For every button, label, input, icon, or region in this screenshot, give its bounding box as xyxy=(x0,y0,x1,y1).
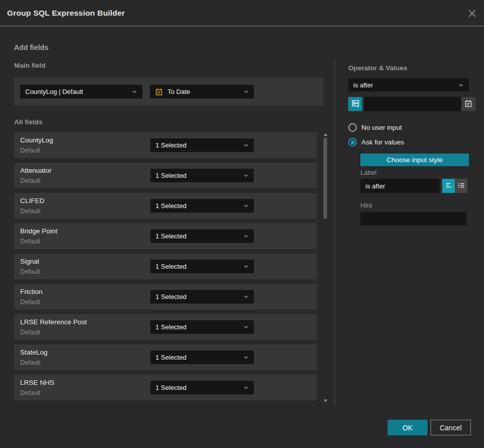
scroll-down-icon[interactable] xyxy=(324,400,328,402)
main-field-type-value: To Date xyxy=(168,88,190,95)
field-selection-dropdown[interactable]: 1 Selected xyxy=(150,290,254,304)
all-fields-heading: All fields xyxy=(14,118,42,126)
align-left-icon xyxy=(445,181,453,191)
chevron-down-icon xyxy=(243,203,249,209)
add-fields-heading: Add fields xyxy=(14,43,48,52)
field-row: StateLog Default 1 Selected xyxy=(14,344,317,370)
hint-input[interactable] xyxy=(360,212,466,225)
field-selection-dropdown[interactable]: 1 Selected xyxy=(150,138,254,152)
field-selection-value: 1 Selected xyxy=(155,141,186,149)
close-icon[interactable] xyxy=(466,7,478,19)
scrollbar[interactable] xyxy=(322,132,329,404)
field-selection-value: 1 Selected xyxy=(155,172,186,179)
calendar-date-icon xyxy=(155,88,163,96)
field-selection-value: 1 Selected xyxy=(155,293,186,301)
chevron-down-icon xyxy=(243,264,249,269)
main-field-box: CountyLog | Default To Date xyxy=(14,78,323,106)
field-selection-dropdown[interactable]: 1 Selected xyxy=(150,169,254,182)
value-row xyxy=(348,97,469,111)
panel-divider xyxy=(335,60,335,404)
field-row: CountyLog Default 1 Selected xyxy=(14,132,317,158)
main-field-select-value: CountyLog | Default xyxy=(25,88,83,95)
field-selection-dropdown[interactable]: 1 Selected xyxy=(150,229,254,243)
radio-selected-icon[interactable] xyxy=(348,138,357,146)
field-selection-value: 1 Selected xyxy=(155,384,186,391)
radio-no-user-input[interactable]: No user input xyxy=(348,123,402,132)
field-name: LRSE NHS xyxy=(20,379,55,386)
field-row: Bridge Point Default 1 Selected xyxy=(14,223,317,249)
field-subtype: Default xyxy=(20,298,40,306)
field-subtype: Default xyxy=(20,359,40,366)
field-row: Friction Default 1 Selected xyxy=(14,284,317,310)
date-picker-button[interactable] xyxy=(461,97,475,111)
bulleted-list-icon xyxy=(457,181,465,191)
field-subtype: Default xyxy=(20,389,40,396)
field-row: Signal Default 1 Selected xyxy=(14,254,317,279)
single-line-input-button[interactable] xyxy=(442,179,455,193)
field-selection-dropdown[interactable]: 1 Selected xyxy=(150,260,254,273)
main-field-type-select[interactable]: To Date xyxy=(150,85,254,98)
field-subtype: Default xyxy=(20,329,40,336)
field-subtype: Default xyxy=(20,268,40,275)
field-name: CLIFED xyxy=(20,197,44,205)
main-field-select[interactable]: CountyLog | Default xyxy=(20,85,142,98)
value-input[interactable] xyxy=(364,97,461,111)
field-subtype: Default xyxy=(20,238,40,245)
cancel-button[interactable]: Cancel xyxy=(431,420,471,435)
stacked-values-icon xyxy=(351,99,360,109)
field-row: LRSE NHS Default 1 Selected xyxy=(14,375,317,401)
chevron-down-icon xyxy=(243,89,249,94)
field-selection-value: 1 Selected xyxy=(155,354,186,361)
calendar-icon xyxy=(464,99,472,109)
value-input-wrap xyxy=(364,97,475,111)
chevron-down-icon xyxy=(132,89,137,94)
field-selection-dropdown[interactable]: 1 Selected xyxy=(150,381,254,394)
operator-values-heading: Operator & Values xyxy=(348,64,407,72)
radio-label: Ask for values xyxy=(361,138,404,146)
field-subtype: Default xyxy=(20,147,40,154)
field-name: Signal xyxy=(20,258,39,265)
dialog-title: Group SQL Expression Builder xyxy=(7,0,125,26)
hint-caption: Hint xyxy=(360,202,372,209)
input-style-toggle xyxy=(442,179,467,193)
dialog-header: Group SQL Expression Builder xyxy=(0,0,484,26)
list-input-button[interactable] xyxy=(455,179,467,193)
field-row: Attenuator Default 1 Selected xyxy=(14,163,317,188)
field-name: Bridge Point xyxy=(20,227,58,235)
field-name: LRSE Reference Post xyxy=(20,318,87,326)
field-subtype: Default xyxy=(20,208,40,215)
radio-icon[interactable] xyxy=(348,123,357,132)
choose-input-style-button[interactable]: Choose input style xyxy=(360,154,469,166)
chevron-down-icon xyxy=(243,233,249,239)
field-selection-value: 1 Selected xyxy=(155,323,186,331)
field-name: Attenuator xyxy=(20,167,51,174)
all-fields-list: CountyLog Default 1 Selected Attenuator … xyxy=(14,132,317,405)
field-selection-dropdown[interactable]: 1 Selected xyxy=(150,320,254,334)
value-source-button[interactable] xyxy=(348,97,362,111)
chevron-down-icon xyxy=(458,82,464,88)
chevron-down-icon xyxy=(243,173,249,178)
chevron-down-icon xyxy=(243,142,249,148)
chevron-down-icon xyxy=(243,324,249,330)
radio-ask-for-values[interactable]: Ask for values xyxy=(348,138,404,146)
field-selection-dropdown[interactable]: 1 Selected xyxy=(150,199,254,213)
ok-button[interactable]: OK xyxy=(388,420,427,435)
label-input[interactable] xyxy=(360,179,440,193)
operator-select[interactable]: is after xyxy=(348,78,469,91)
radio-label: No user input xyxy=(361,124,402,131)
field-selection-value: 1 Selected xyxy=(155,232,186,240)
scroll-up-icon[interactable] xyxy=(324,133,328,136)
scrollbar-thumb[interactable] xyxy=(324,138,327,219)
operator-select-value: is after xyxy=(353,81,373,89)
chevron-down-icon xyxy=(243,294,249,300)
field-subtype: Default xyxy=(20,177,40,184)
chevron-down-icon xyxy=(243,355,249,360)
field-selection-dropdown[interactable]: 1 Selected xyxy=(150,351,254,364)
main-field-heading: Main field xyxy=(14,62,45,69)
field-selection-value: 1 Selected xyxy=(155,263,186,270)
chevron-down-icon xyxy=(243,385,249,390)
field-row: LRSE Reference Post Default 1 Selected xyxy=(14,314,317,340)
field-row: CLIFED Default 1 Selected xyxy=(14,193,317,219)
field-name: CountyLog xyxy=(20,136,53,144)
field-name: Friction xyxy=(20,288,42,295)
